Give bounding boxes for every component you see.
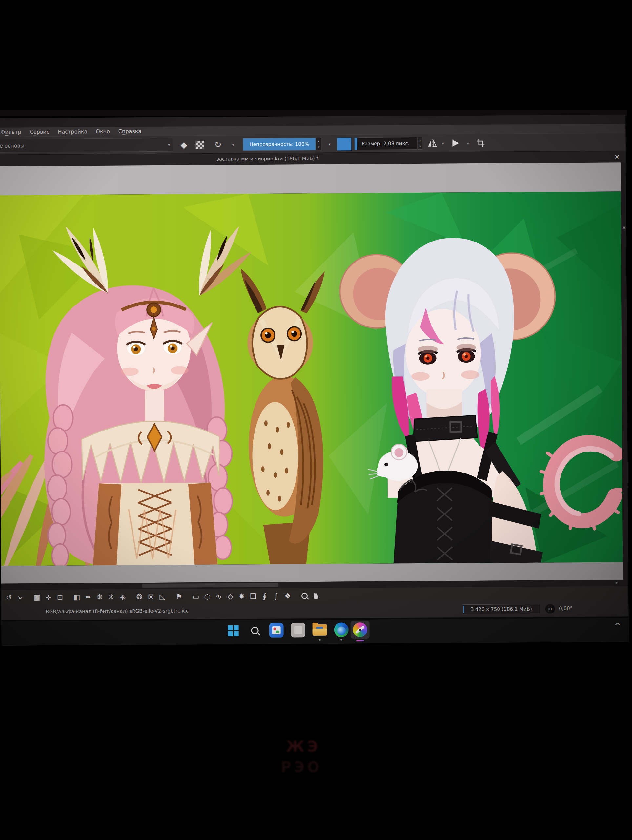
painting-canvas[interactable] bbox=[0, 191, 623, 566]
transform-frame-tool[interactable]: ▣ bbox=[32, 592, 42, 603]
menu-help[interactable]: Справка bbox=[118, 128, 142, 134]
reference-images-tool[interactable]: ⚑ bbox=[174, 591, 184, 602]
menu-window[interactable]: Окно bbox=[96, 128, 110, 134]
spinner-down-icon[interactable]: ▾ bbox=[418, 144, 423, 149]
menu-settings[interactable]: Настройка bbox=[58, 128, 87, 135]
spinner-down-icon[interactable]: ▾ bbox=[317, 144, 322, 150]
ellipse-select-tool[interactable]: ◌ bbox=[202, 591, 212, 602]
gray-app-icon bbox=[291, 623, 305, 637]
polygonal-select-tool[interactable]: ◇ bbox=[225, 591, 235, 602]
scroll-up-icon[interactable]: ▲ bbox=[623, 225, 626, 229]
reload-icon: ↻ bbox=[214, 140, 222, 150]
search-icon bbox=[251, 627, 258, 634]
photo-of-monitor: Фильтр Сервис Настройка Окно Справка е о… bbox=[0, 0, 632, 840]
tray-overflow-chevron[interactable]: ^ bbox=[614, 621, 621, 630]
chevron-down-icon[interactable]: ▾ bbox=[442, 141, 444, 146]
crop-icon bbox=[476, 139, 485, 148]
zoom-tool[interactable] bbox=[299, 590, 309, 602]
enclose-fill-tool[interactable]: ❂ bbox=[134, 591, 144, 602]
wrap-around-button[interactable] bbox=[448, 137, 463, 149]
menu-filter[interactable]: Фильтр bbox=[0, 129, 21, 135]
taskbar-file-explorer[interactable] bbox=[312, 622, 327, 638]
opacity-slider[interactable]: Непрозрачность: 100% bbox=[243, 138, 315, 151]
brush-preset-label: е основы bbox=[0, 142, 25, 148]
start-button[interactable] bbox=[225, 623, 241, 638]
spinner-up-icon[interactable]: ▴ bbox=[418, 137, 422, 144]
choker bbox=[414, 415, 477, 441]
magnifier-icon bbox=[301, 592, 307, 599]
canvas-rotation-button[interactable]: ↔ bbox=[545, 605, 555, 614]
photos-app-icon bbox=[269, 623, 284, 638]
gradient-tool[interactable]: ◧ bbox=[72, 592, 82, 603]
scroll-right-icon[interactable]: ► bbox=[616, 581, 619, 585]
reflection-text: ЖЭ bbox=[286, 737, 321, 755]
windows-logo-icon bbox=[228, 625, 238, 636]
close-icon[interactable]: ✕ bbox=[614, 153, 620, 161]
taskbar-search-button[interactable] bbox=[247, 623, 262, 638]
pan-tool[interactable] bbox=[311, 590, 321, 601]
foreground-color-swatch[interactable] bbox=[337, 137, 351, 151]
flip-icon bbox=[451, 139, 461, 147]
measure-tool[interactable]: ◺ bbox=[158, 591, 167, 602]
opacity-label: Непрозрачность: 100% bbox=[250, 141, 309, 147]
rotate-icon: ↔ bbox=[548, 606, 552, 612]
similar-color-select-tool[interactable]: ❏ bbox=[248, 591, 258, 602]
menu-tools[interactable]: Сервис bbox=[30, 129, 49, 135]
mirror-canvas-button[interactable] bbox=[425, 137, 439, 149]
taskbar-krita-active[interactable] bbox=[350, 621, 369, 638]
chevron-down-icon[interactable]: ▾ bbox=[232, 142, 234, 147]
contiguous-select-tool[interactable]: ✸ bbox=[237, 591, 247, 602]
size-label: Размер: 2,08 пикс. bbox=[362, 141, 410, 147]
preserve-alpha-button[interactable] bbox=[196, 141, 204, 148]
bezier-select-tool[interactable]: ∫ bbox=[271, 590, 281, 602]
reflection-text: РЭО bbox=[281, 759, 322, 775]
freehand-select-tool[interactable]: ∿ bbox=[214, 591, 224, 602]
folder-icon bbox=[312, 624, 327, 636]
magnetic-select-tool[interactable]: ∮ bbox=[260, 590, 270, 602]
brush-preset-combobox[interactable]: е основы ▾ bbox=[0, 138, 173, 153]
krita-icon bbox=[353, 622, 367, 637]
taskbar-system-tile[interactable] bbox=[291, 622, 306, 638]
running-indicator bbox=[340, 638, 342, 640]
crop-tool[interactable]: ⊡ bbox=[55, 592, 65, 603]
caret bbox=[463, 606, 464, 613]
transform-tool[interactable]: ↺ bbox=[4, 592, 14, 603]
brush-size-slider[interactable]: Размер: 2,08 пикс. bbox=[354, 137, 417, 150]
chevron-down-icon: ▾ bbox=[168, 142, 170, 147]
size-slider-fill bbox=[354, 138, 357, 150]
chevron-down-icon[interactable]: ▾ bbox=[467, 141, 469, 146]
crop-button[interactable] bbox=[473, 137, 488, 149]
bodice bbox=[93, 483, 218, 565]
reload-preset-button[interactable]: ↻ bbox=[212, 139, 224, 151]
windows-taskbar: ^ bbox=[1, 618, 628, 646]
edge-icon bbox=[334, 622, 348, 637]
outline-select-tool[interactable]: ❖ bbox=[283, 590, 293, 602]
canvas-empty-top bbox=[0, 163, 621, 195]
opacity-spinner[interactable]: ▴ ▾ bbox=[316, 138, 322, 150]
spinner-up-icon[interactable]: ▴ bbox=[316, 138, 321, 144]
krita-window: Фильтр Сервис Настройка Окно Справка е о… bbox=[0, 115, 629, 646]
taskbar-edge[interactable] bbox=[334, 622, 349, 637]
chevron-down-icon[interactable]: ▾ bbox=[329, 142, 331, 147]
rect-select-tool[interactable]: ▭ bbox=[191, 591, 201, 602]
size-spinner[interactable]: ▴ ▾ bbox=[417, 137, 423, 150]
canvas-viewport: ► ▲ bbox=[0, 163, 628, 590]
color-profile-status: RGB/альфа-канал (8-бит/канал) sRGB-elle-… bbox=[46, 608, 188, 614]
color-sampler-tool[interactable]: ✒ bbox=[83, 592, 93, 603]
document-tab[interactable]: заставка мм и чиврин.kra (186,1 МиБ) * bbox=[182, 155, 353, 162]
fill-tool[interactable]: ◈ bbox=[118, 591, 128, 602]
smart-patch-tool[interactable]: ✳ bbox=[106, 591, 116, 602]
pattern-edit-tool[interactable]: ❋ bbox=[95, 591, 105, 602]
eraser-mode-button[interactable]: ◆ bbox=[178, 139, 190, 151]
scrollbar-thumb[interactable] bbox=[142, 583, 279, 588]
mesh-transform-tool[interactable]: ⊠ bbox=[146, 591, 156, 602]
move-tool[interactable]: ✛ bbox=[44, 592, 54, 603]
taskbar-photos-app[interactable] bbox=[269, 623, 284, 638]
select-shapes-tool[interactable]: ➢ bbox=[16, 592, 25, 603]
canvas-rotation-value: 0,00° bbox=[559, 605, 572, 611]
eraser-icon: ◆ bbox=[181, 140, 187, 150]
image-dimensions-box[interactable]: 3 420 x 750 (186,1 МиБ) bbox=[462, 604, 540, 614]
active-app-indicator bbox=[356, 640, 364, 641]
running-indicator bbox=[319, 639, 321, 641]
mirror-icon bbox=[427, 139, 437, 148]
